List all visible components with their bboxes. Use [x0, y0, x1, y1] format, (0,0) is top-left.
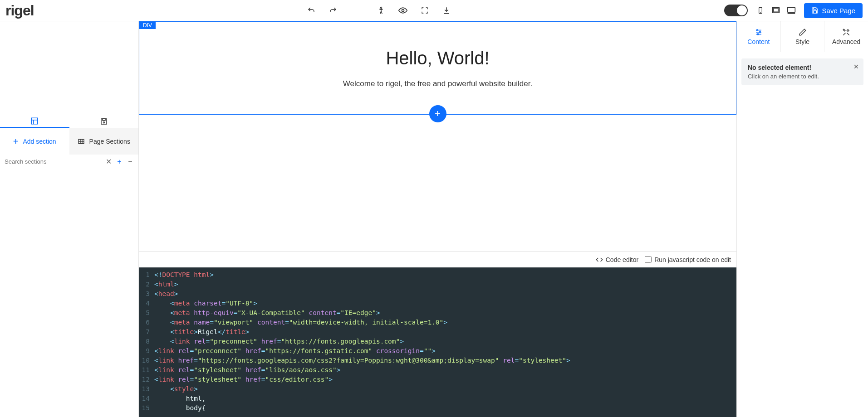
- toolbar-center: [34, 6, 724, 15]
- layout-tab[interactable]: [0, 115, 69, 128]
- canvas-subheading[interactable]: Welcome to rigel, the free and powerful …: [343, 79, 532, 88]
- sliders-icon: [755, 28, 763, 36]
- line-number: 9: [139, 346, 154, 356]
- svg-point-0: [381, 7, 382, 9]
- left-panel: + Add section Page Sections ✕ + −: [0, 21, 139, 417]
- close-icon[interactable]: ✕: [853, 63, 859, 70]
- code-editor-toggle[interactable]: Code editor: [596, 256, 638, 263]
- tools-icon: [842, 28, 850, 36]
- line-number: 13: [139, 384, 154, 394]
- right-panel: Content Style Advanced ✕ No selected ele…: [736, 21, 868, 417]
- preview-icon[interactable]: [398, 6, 407, 15]
- expand-all-icon[interactable]: +: [116, 158, 123, 166]
- line-number: 11: [139, 365, 154, 375]
- page-sections-tab[interactable]: Page Sections: [69, 128, 139, 155]
- save-button-label: Save Page: [822, 7, 855, 15]
- run-js-option[interactable]: Run javascript code on edit: [645, 256, 731, 263]
- svg-rect-12: [103, 119, 105, 121]
- svg-rect-8: [32, 118, 38, 124]
- collapse-all-icon[interactable]: −: [127, 158, 134, 166]
- toolbar-right: Save Page: [724, 3, 863, 18]
- logo: rigel: [5, 2, 34, 19]
- line-number: 6: [139, 318, 154, 327]
- left-panel-tabs: [0, 115, 138, 128]
- svg-point-22: [759, 32, 760, 33]
- code-line[interactable]: 10<link href="https://fonts.googleapis.c…: [139, 356, 736, 365]
- code-line[interactable]: 5 <meta http-equiv="X-UA-Compatible" con…: [139, 308, 736, 318]
- dark-mode-toggle[interactable]: [724, 5, 748, 16]
- code-line[interactable]: 6 <meta name="viewport" content="width=d…: [139, 318, 736, 327]
- left-blank: [0, 21, 138, 115]
- content-tab[interactable]: Content: [737, 21, 780, 52]
- code-line[interactable]: 12<link rel="stylesheet" href="css/edito…: [139, 375, 736, 384]
- code-line[interactable]: 11<link rel="stylesheet" href="libs/aos/…: [139, 365, 736, 375]
- line-number: 14: [139, 394, 154, 403]
- undo-icon[interactable]: [307, 6, 316, 15]
- fullscreen-icon[interactable]: [420, 6, 429, 15]
- line-number: 12: [139, 375, 154, 384]
- search-row: ✕ + −: [0, 155, 138, 169]
- desktop-icon[interactable]: [787, 6, 796, 15]
- right-panel-tabs: Content Style Advanced: [737, 21, 868, 52]
- code-line[interactable]: 9<link rel="preconnect" href="https://fo…: [139, 346, 736, 356]
- redo-icon[interactable]: [329, 6, 338, 15]
- advanced-tab[interactable]: Advanced: [824, 21, 868, 52]
- canvas-column: DIV Hello, World! Welcome to rigel, the …: [139, 21, 736, 417]
- save-icon: [811, 7, 819, 14]
- line-number: 2: [139, 280, 154, 289]
- code-line[interactable]: 14 html,: [139, 394, 736, 403]
- code-icon: [596, 256, 603, 263]
- mobile-icon[interactable]: [756, 6, 765, 15]
- canvas[interactable]: DIV Hello, World! Welcome to rigel, the …: [139, 21, 736, 251]
- line-number: 15: [139, 403, 154, 413]
- code-editor[interactable]: 1<!DOCTYPE html>2<html>3<head>4 <meta ch…: [139, 267, 736, 417]
- svg-point-21: [756, 29, 758, 31]
- line-number: 3: [139, 289, 154, 299]
- code-editor-label: Code editor: [606, 256, 638, 263]
- line-number: 10: [139, 356, 154, 365]
- main-layout: + Add section Page Sections ✕ + − DIV He…: [0, 21, 868, 417]
- run-js-checkbox[interactable]: [645, 256, 652, 263]
- left-subtabs: + Add section Page Sections: [0, 128, 138, 155]
- canvas-heading[interactable]: Hello, World!: [386, 48, 489, 68]
- svg-rect-6: [787, 7, 795, 12]
- search-input[interactable]: [5, 158, 101, 165]
- code-line[interactable]: 13 <style>: [139, 384, 736, 394]
- message-body: Click on an element to edit.: [748, 73, 857, 80]
- code-line[interactable]: 8 <link rel="preconnect" href="https://f…: [139, 337, 736, 346]
- selected-element[interactable]: DIV Hello, World! Welcome to rigel, the …: [139, 21, 736, 115]
- download-icon[interactable]: [442, 6, 451, 15]
- code-line[interactable]: 2<html>: [139, 280, 736, 289]
- add-element-button[interactable]: +: [429, 105, 446, 122]
- pen-icon: [799, 28, 807, 36]
- message-title: No selected element!: [748, 64, 857, 71]
- svg-point-13: [103, 121, 104, 123]
- layout-icon: [30, 117, 39, 125]
- clear-search-icon[interactable]: ✕: [105, 157, 112, 166]
- run-js-label: Run javascript code on edit: [654, 256, 731, 263]
- add-section-label: Add section: [23, 138, 56, 145]
- code-line[interactable]: 1<!DOCTYPE html>: [139, 270, 736, 280]
- selection-tag: DIV: [139, 22, 156, 29]
- tablet-icon[interactable]: [771, 6, 780, 15]
- disk-icon: [100, 117, 108, 126]
- code-line[interactable]: 15 body{: [139, 403, 736, 413]
- add-section-tab[interactable]: + Add section: [0, 128, 69, 155]
- line-number: 4: [139, 299, 154, 308]
- accessibility-icon[interactable]: [377, 6, 386, 15]
- top-toolbar: rigel Save Page: [0, 0, 868, 21]
- line-number: 1: [139, 270, 154, 280]
- save-button[interactable]: Save Page: [804, 3, 863, 18]
- code-line[interactable]: 3<head>: [139, 289, 736, 299]
- content-tab-label: Content: [747, 38, 770, 45]
- save-tab[interactable]: [69, 115, 139, 128]
- svg-rect-5: [774, 8, 778, 12]
- style-tab-label: Style: [795, 38, 809, 45]
- svg-point-23: [757, 34, 759, 35]
- svg-point-1: [402, 10, 404, 12]
- style-tab[interactable]: Style: [780, 21, 824, 52]
- code-line[interactable]: 7 <title>Rigel</title>: [139, 327, 736, 337]
- line-number: 8: [139, 337, 154, 346]
- code-editor-bar: Code editor Run javascript code on edit: [139, 251, 736, 267]
- code-line[interactable]: 4 <meta charset="UTF-8">: [139, 299, 736, 308]
